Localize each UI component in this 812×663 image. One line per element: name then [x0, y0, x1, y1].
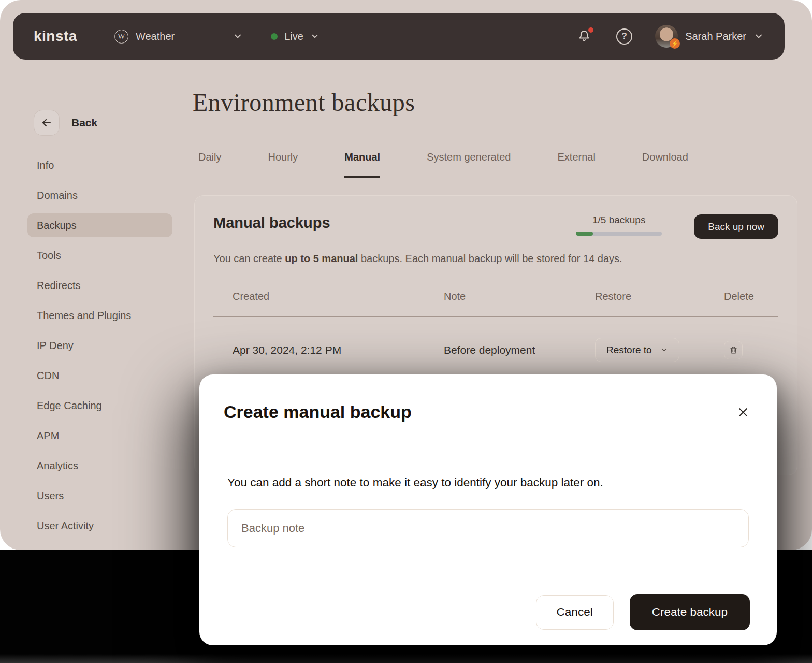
- chevron-down-icon: [753, 31, 764, 41]
- modal-description: You can add a short note to make it easy…: [227, 476, 749, 489]
- wordpress-icon: W: [114, 30, 128, 44]
- sidebar-item-ip-deny[interactable]: IP Deny: [27, 334, 172, 357]
- card-header: Manual backups 1/5 backups Back up now: [195, 196, 797, 239]
- back-up-now-button[interactable]: Back up now: [694, 214, 778, 239]
- column-header-restore: Restore: [595, 291, 724, 302]
- backup-quota-fill: [576, 232, 593, 236]
- sidebar-item-cdn[interactable]: CDN: [27, 364, 172, 387]
- sidebar-item-themes-and-plugins[interactable]: Themes and Plugins: [27, 304, 172, 327]
- sidebar-item-info[interactable]: Info: [27, 153, 172, 177]
- backup-tabs: Daily Hourly Manual System generated Ext…: [198, 151, 688, 178]
- back-button[interactable]: Back: [34, 110, 97, 136]
- site-name: Weather: [136, 31, 175, 42]
- backup-created-cell: Apr 30, 2024, 2:12 PM: [213, 344, 444, 356]
- sidebar-item-backups[interactable]: Backups: [27, 213, 172, 237]
- site-selector[interactable]: W Weather: [114, 30, 175, 44]
- sidebar-item-users[interactable]: Users: [27, 484, 172, 508]
- delete-backup-button[interactable]: [724, 341, 743, 359]
- kinsta-logo: kinsta: [34, 28, 77, 45]
- tab-download[interactable]: Download: [642, 151, 688, 178]
- tab-system-generated[interactable]: System generated: [427, 151, 511, 178]
- table-header-row: Created Note Restore Delete: [213, 265, 778, 317]
- restore-to-button[interactable]: Restore to: [595, 338, 679, 362]
- sidebar-item-tools[interactable]: Tools: [27, 243, 172, 267]
- card-description: You can create up to 5 manual backups. E…: [213, 253, 778, 265]
- environment-label: Live: [284, 31, 303, 42]
- column-header-note: Note: [444, 291, 595, 302]
- tab-hourly[interactable]: Hourly: [268, 151, 298, 178]
- card-title: Manual backups: [213, 214, 330, 232]
- sidebar-item-domains[interactable]: Domains: [27, 183, 172, 207]
- avatar: ⚡: [655, 25, 678, 48]
- backup-quota-label: 1/5 backups: [576, 214, 662, 226]
- sidebar-item-apm[interactable]: APM: [27, 424, 172, 448]
- modal-footer: Cancel Create backup: [199, 579, 777, 645]
- modal-body: You can add a short note to make it easy…: [199, 450, 777, 547]
- table-row: Apr 30, 2024, 2:12 PM Before deployment …: [213, 317, 778, 362]
- modal-title: Create manual backup: [224, 402, 412, 422]
- tab-external[interactable]: External: [557, 151, 595, 178]
- delete-cell: [724, 341, 778, 359]
- modal-header: Create manual backup: [199, 374, 777, 450]
- backup-note-input[interactable]: [227, 509, 749, 547]
- user-name: Sarah Parker: [685, 31, 746, 42]
- notifications-button[interactable]: [577, 29, 591, 44]
- notification-dot: [588, 27, 593, 33]
- column-header-delete: Delete: [724, 291, 778, 302]
- lightning-badge: ⚡: [670, 38, 680, 49]
- create-backup-modal: Create manual backup You can add a short…: [199, 374, 777, 645]
- app-canvas: kinsta W Weather Live ?: [0, 0, 812, 663]
- sidebar-item-redirects[interactable]: Redirects: [27, 273, 172, 297]
- sidebar-item-edge-caching[interactable]: Edge Caching: [27, 394, 172, 417]
- card-description-bold: up to 5 manual: [285, 253, 358, 264]
- live-status-dot: [271, 33, 278, 40]
- chevron-down-icon[interactable]: [233, 31, 243, 41]
- cancel-button[interactable]: Cancel: [536, 595, 614, 630]
- chevron-down-icon: [310, 32, 320, 41]
- close-icon: [737, 406, 749, 419]
- arrow-left-icon[interactable]: [34, 110, 60, 136]
- help-button[interactable]: ?: [616, 28, 632, 45]
- column-header-created: Created: [213, 291, 444, 302]
- backup-quota-track: [576, 232, 662, 236]
- environment-selector[interactable]: Live: [271, 31, 320, 42]
- sidebar-item-analytics[interactable]: Analytics: [27, 454, 172, 478]
- sidebar-item-user-activity[interactable]: User Activity: [27, 514, 172, 538]
- create-backup-button[interactable]: Create backup: [630, 594, 750, 630]
- user-menu[interactable]: ⚡ Sarah Parker: [655, 25, 764, 48]
- tab-manual[interactable]: Manual: [344, 151, 380, 178]
- page-title: Environment backups: [193, 88, 415, 117]
- chevron-down-icon: [660, 346, 668, 354]
- trash-icon: [729, 345, 738, 354]
- backups-table: Created Note Restore Delete Apr 30, 2024…: [213, 265, 778, 362]
- nav-right-group: ? ⚡ Sarah Parker: [577, 25, 764, 48]
- backup-quota: 1/5 backups: [576, 214, 662, 236]
- top-nav: kinsta W Weather Live ?: [13, 13, 785, 60]
- tab-daily[interactable]: Daily: [198, 151, 221, 178]
- close-button[interactable]: [734, 403, 752, 422]
- back-label: Back: [71, 117, 97, 129]
- sidebar-menu: Info Domains Backups Tools Redirects The…: [27, 153, 172, 544]
- backup-note-cell: Before deployment: [444, 344, 595, 356]
